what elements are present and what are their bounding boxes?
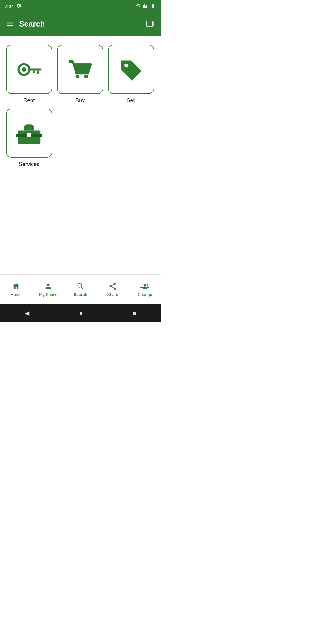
search-icon	[76, 282, 85, 290]
share-icon	[109, 282, 117, 290]
svg-rect-15	[27, 133, 31, 137]
briefcase-icon	[16, 122, 42, 144]
category-label-buy: Buy	[75, 97, 85, 104]
header-left: Search	[6, 19, 45, 29]
main-content: Rent Buy	[0, 36, 161, 274]
nav-item-change[interactable]: Change	[129, 282, 161, 297]
home-button[interactable]: ●	[79, 310, 83, 317]
bottom-nav: Home My Space Search Share Change	[0, 274, 161, 304]
category-box-buy	[57, 45, 103, 94]
svg-rect-10	[69, 60, 73, 63]
status-time: 7:34	[5, 4, 14, 9]
signal-icon	[143, 4, 148, 8]
gear-icon	[16, 3, 21, 9]
hamburger-button[interactable]	[6, 20, 14, 28]
svg-rect-5	[37, 70, 39, 74]
status-left: 7:34	[5, 3, 21, 9]
tag-icon	[118, 58, 144, 81]
svg-point-3	[21, 67, 26, 71]
category-item-rent[interactable]: Rent	[6, 45, 52, 104]
battery-icon	[150, 4, 156, 8]
svg-rect-12	[18, 131, 41, 144]
category-label-rent: Rent	[23, 97, 35, 104]
category-box-rent	[6, 45, 52, 94]
page-title: Search	[19, 19, 45, 29]
svg-point-8	[75, 75, 79, 78]
category-grid: Rent Buy	[6, 42, 155, 171]
svg-rect-4	[28, 68, 41, 70]
svg-rect-13	[25, 126, 33, 131]
video-icon	[145, 20, 155, 28]
category-item-services[interactable]: Services	[6, 109, 52, 168]
category-box-services	[6, 109, 52, 158]
group-icon	[140, 282, 150, 290]
nav-label-change: Change	[137, 292, 152, 297]
svg-rect-6	[33, 70, 35, 73]
nav-label-myspace: My Space	[39, 292, 58, 297]
category-box-sell	[108, 45, 154, 94]
category-item-buy[interactable]: Buy	[57, 45, 103, 104]
nav-item-myspace[interactable]: My Space	[32, 282, 64, 297]
cart-icon	[67, 58, 94, 81]
nav-label-home: Home	[10, 292, 21, 297]
home-icon	[12, 282, 20, 290]
recent-button[interactable]: ■	[132, 310, 136, 317]
app-header: Search	[0, 12, 161, 36]
svg-rect-0	[147, 21, 152, 27]
android-nav-bar: ◀ ● ■	[0, 304, 161, 322]
nav-label-search: Search	[74, 292, 88, 297]
svg-point-11	[124, 63, 128, 67]
status-bar: 7:34	[0, 0, 161, 12]
svg-point-9	[84, 75, 88, 78]
person-icon	[44, 282, 52, 290]
video-button[interactable]	[145, 20, 155, 28]
nav-item-home[interactable]: Home	[0, 282, 32, 297]
hamburger-icon	[6, 20, 14, 28]
status-right	[135, 4, 156, 8]
nav-item-share[interactable]: Share	[97, 282, 129, 297]
category-label-services: Services	[19, 161, 39, 168]
nav-item-search[interactable]: Search	[64, 282, 97, 297]
category-item-sell[interactable]: Sell	[108, 45, 154, 104]
category-label-sell: Sell	[126, 97, 135, 104]
wifi-icon	[135, 4, 141, 8]
nav-label-share: Share	[107, 292, 118, 297]
back-button[interactable]: ◀	[25, 309, 29, 317]
key-icon	[16, 59, 43, 80]
